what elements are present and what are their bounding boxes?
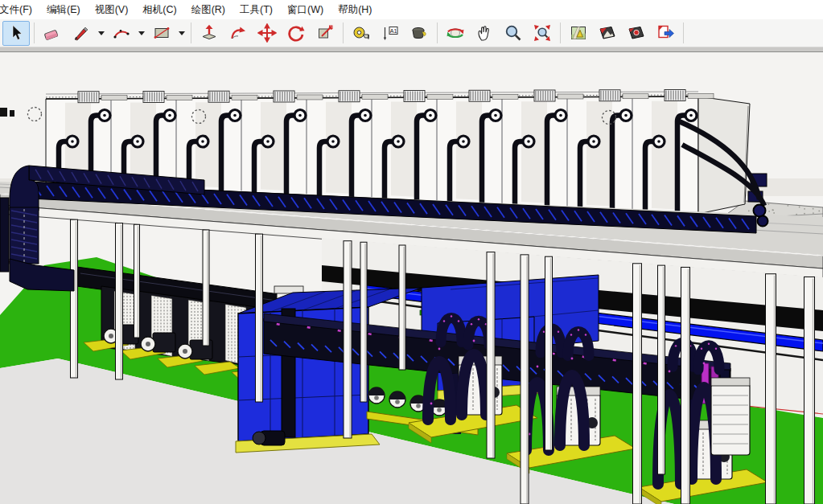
menu-item-4[interactable]: 绘图(R): [184, 1, 232, 19]
arc-icon: [112, 23, 131, 43]
arc-dropdown-button[interactable]: [136, 22, 146, 45]
rectangle-button[interactable]: [148, 21, 175, 46]
column: [399, 245, 405, 370]
toggle-terrain-icon: [598, 23, 617, 43]
line-dropdown-button[interactable]: [96, 22, 106, 45]
select-button[interactable]: [2, 21, 30, 46]
paint-bucket-button[interactable]: [405, 21, 433, 46]
chevron-down-icon: [138, 31, 145, 35]
toolbar: A1: [0, 19, 823, 47]
toolbar-separator: [683, 23, 684, 43]
viewport-3d-model[interactable]: [0, 47, 823, 504]
pencil-icon: [72, 23, 91, 43]
chevron-down-icon: [179, 31, 185, 35]
menu-item-7[interactable]: 帮助(H): [331, 1, 379, 19]
zoom-button[interactable]: [500, 21, 527, 46]
menu-item-3[interactable]: 相机(C): [135, 1, 183, 19]
sketchup-window: 文件(F)编辑(E)视图(V)相机(C)绘图(R)工具(T)窗口(W)帮助(H)…: [0, 0, 823, 504]
rectangle-icon: [152, 23, 171, 43]
toolbar-separator: [34, 23, 35, 43]
add-location-button[interactable]: [565, 21, 592, 46]
tape-measure-icon: [352, 23, 371, 43]
column: [134, 224, 140, 338]
dimension-text-button[interactable]: A1: [377, 21, 404, 46]
rotate-icon: [286, 23, 306, 43]
scale-icon: [315, 23, 335, 43]
toolbar-separator: [560, 23, 561, 43]
eraser-icon: [43, 23, 62, 43]
toolbar-separator: [191, 23, 191, 43]
paint-bucket-icon: [409, 23, 429, 43]
scale-button[interactable]: [311, 21, 339, 46]
rotate-button[interactable]: [282, 21, 310, 46]
toolbar-separator: [343, 23, 344, 43]
follow-me-icon: [228, 23, 248, 43]
rectangle-dropdown-button[interactable]: [176, 22, 187, 45]
tape-measure-button[interactable]: [348, 21, 375, 46]
photo-textures-icon: [627, 23, 646, 43]
orbit-icon: [446, 23, 465, 43]
share-model-button[interactable]: [652, 21, 679, 46]
zoom-extents-icon: [533, 23, 552, 43]
zoom-extents-button[interactable]: [529, 21, 556, 46]
zoom-icon: [504, 23, 523, 43]
dimension-text-icon: A1: [381, 23, 400, 43]
toolbar-separator: [437, 23, 438, 43]
move-button[interactable]: [253, 21, 281, 46]
menu-item-2[interactable]: 视图(V): [88, 1, 136, 19]
menu-bar: 文件(F)编辑(E)视图(V)相机(C)绘图(R)工具(T)窗口(W)帮助(H): [0, 0, 823, 20]
pan-icon: [475, 23, 494, 43]
select-icon: [6, 23, 26, 43]
menu-item-0[interactable]: 文件(F): [0, 1, 39, 19]
pan-button[interactable]: [471, 21, 498, 46]
column: [203, 230, 209, 346]
orbit-button[interactable]: [442, 21, 469, 46]
push-pull-icon: [200, 23, 219, 43]
eraser-button[interactable]: [39, 21, 66, 46]
menu-item-5[interactable]: 工具(T): [232, 1, 280, 19]
toggle-terrain-button[interactable]: [594, 21, 621, 46]
chevron-down-icon: [98, 31, 105, 35]
photo-textures-button[interactable]: [623, 21, 650, 46]
add-location-icon: [569, 23, 588, 43]
push-pull-button[interactable]: [195, 21, 223, 46]
menu-item-1[interactable]: 编辑(E): [39, 1, 88, 19]
column: [360, 242, 367, 402]
svg-text:A1: A1: [390, 28, 397, 34]
share-model-icon: [656, 23, 675, 43]
follow-me-button[interactable]: [224, 21, 252, 46]
arc-button[interactable]: [108, 21, 135, 46]
line-button[interactable]: [68, 21, 95, 46]
move-icon: [257, 23, 277, 43]
menu-item-6[interactable]: 窗口(W): [280, 1, 331, 19]
